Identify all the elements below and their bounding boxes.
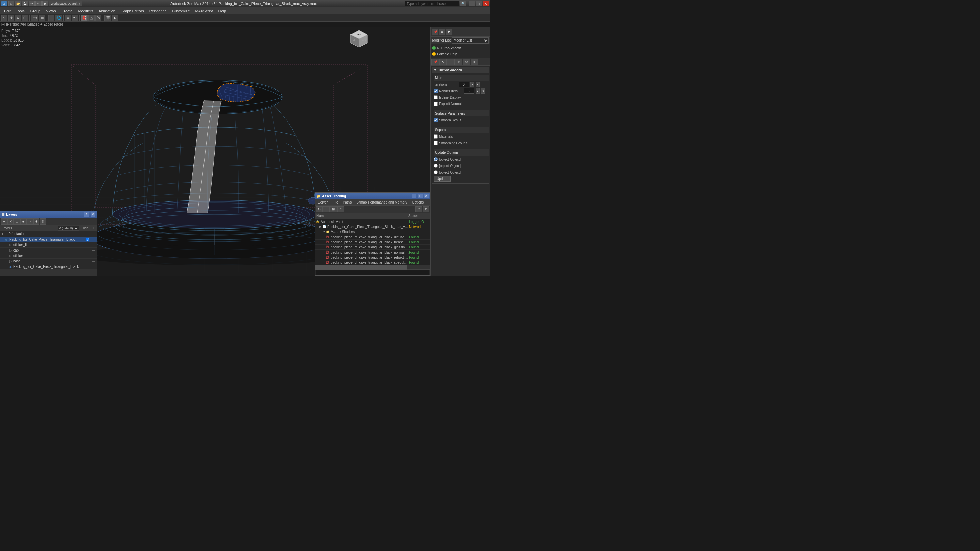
rotate-btn[interactable]: ↻	[15, 15, 21, 21]
ts-separate-header[interactable]: Separate	[434, 127, 488, 133]
scale-btn[interactable]: ⬡	[22, 15, 28, 21]
material-btn[interactable]: ●	[65, 15, 71, 21]
ts-main-header[interactable]: ▼ TurboSmooth	[432, 67, 488, 73]
render-setup-btn[interactable]: 🎬	[105, 15, 111, 21]
menu-help[interactable]: Help	[216, 8, 229, 14]
layer-row-default[interactable]: ▼ ☰ 0 (default) —	[0, 231, 97, 237]
menu-modifiers[interactable]: Modifiers	[75, 8, 96, 14]
at-row-specular[interactable]: 🖼 packing_piece_of_cake_triangular_black…	[315, 260, 430, 265]
ts-ri-up[interactable]: ▲	[476, 88, 480, 94]
layer-check-packing[interactable]	[85, 238, 91, 241]
at-list-btn[interactable]: ☰	[323, 206, 330, 212]
at-grid-btn[interactable]: ⊞	[330, 206, 337, 212]
rp-pin-btn[interactable]: 📌	[432, 29, 438, 35]
layer-row-packing[interactable]: ◈ Packing_for_Cake_Piece_Triangular_Blac…	[0, 237, 97, 242]
ts-render-iters-check[interactable]	[434, 89, 438, 93]
menu-customize[interactable]: Customize	[169, 8, 192, 14]
at-row-vault[interactable]: 🔒 Autodesk Vault Logged O	[315, 219, 430, 224]
ts-when-rendering-radio[interactable]	[434, 164, 438, 168]
modifier-list-select[interactable]: Modifier List	[452, 37, 488, 43]
layers-delete-btn[interactable]: ✕	[8, 218, 14, 225]
at-detail-btn[interactable]: ≡	[337, 206, 344, 212]
at-row-maxfile[interactable]: ▶ 📄 Packing_for_Cake_Piece_Triangular_Bl…	[315, 224, 430, 229]
menu-views[interactable]: Views	[43, 8, 59, 14]
at-row-maps-folder[interactable]: ▼ 📁 Maps / Shaders	[315, 229, 430, 234]
curve-btn[interactable]: 〜	[72, 15, 78, 21]
at-menu-file[interactable]: File	[331, 201, 340, 204]
save-btn[interactable]: 💾	[22, 1, 28, 6]
layer-row-packing-sub[interactable]: ◈ Packing_for_Cake_Piece_Triangular_Blac…	[0, 264, 97, 269]
at-menu-paths[interactable]: Paths	[341, 201, 354, 204]
layer-row-sticker-line[interactable]: ▷ sticker_line —	[0, 242, 97, 248]
at-scrollbar[interactable]	[315, 265, 430, 269]
close-btn[interactable]: ✕	[482, 1, 488, 6]
search-input[interactable]	[405, 1, 460, 6]
select-btn[interactable]: ↖	[2, 15, 8, 21]
menu-graph-editors[interactable]: Graph Editors	[118, 8, 147, 14]
ts-iter-input[interactable]	[459, 82, 469, 87]
layer-row-cap[interactable]: ▷ cap —	[0, 248, 97, 253]
layers-close-btn[interactable]: ✕	[91, 212, 95, 217]
layers-settings-btn[interactable]: ⚙	[40, 218, 46, 225]
rpt-param-btn[interactable]: ⚙	[463, 59, 470, 65]
rpt-move-btn[interactable]: ✛	[447, 59, 455, 65]
at-refresh-btn[interactable]: ↻	[316, 206, 323, 212]
at-expand-mf[interactable]: ▶	[319, 225, 323, 228]
minimize-btn[interactable]: —	[469, 1, 475, 6]
at-row-glossiness[interactable]: 🖼 packing_piece_of_cake_triangular_black…	[315, 245, 430, 250]
at-title-bar[interactable]: 📁 Asset Tracking — □ ✕	[315, 193, 430, 199]
menu-maxscript[interactable]: MAXScript	[192, 8, 216, 14]
ts-smooth-result-check[interactable]	[434, 118, 438, 122]
snap-btn[interactable]: 🧲	[81, 15, 88, 21]
at-help-btn[interactable]: ?	[415, 206, 422, 212]
menu-animation[interactable]: Animation	[96, 8, 118, 14]
at-menu-server[interactable]: Server	[316, 201, 330, 204]
workspace-selector[interactable]: Workspace: Default ▼	[49, 1, 82, 6]
ts-iter-down[interactable]: ▼	[476, 82, 480, 87]
layers-freeze-btn[interactable]: ❄	[33, 218, 40, 225]
search-btn[interactable]: 🔍	[460, 1, 466, 6]
ts-iter-up[interactable]: ▲	[470, 82, 474, 87]
at-menu-bitmap[interactable]: Bitmap Performance and Memory	[354, 201, 409, 204]
at-path-input[interactable]	[316, 270, 430, 275]
at-expand-maps[interactable]: ▼	[323, 230, 326, 234]
menu-rendering[interactable]: Rendering	[147, 8, 169, 14]
rpt-pin-btn[interactable]: 📌	[431, 59, 439, 65]
modifier-turbosmooth[interactable]: ▶ TurboSmooth	[431, 45, 490, 51]
ts-smoothing-groups-check[interactable]	[434, 141, 438, 145]
layers-select-btn[interactable]: ◈	[21, 218, 27, 225]
at-maximize-btn[interactable]: □	[418, 194, 423, 198]
modifier-editpoly[interactable]: Editable Poly	[431, 51, 490, 57]
menu-create[interactable]: Create	[59, 8, 75, 14]
align-btn[interactable]: ⊞	[39, 15, 45, 21]
open-btn[interactable]: 📂	[15, 1, 21, 6]
ts-explicit-check[interactable]	[434, 102, 438, 106]
move-btn[interactable]: ✛	[8, 15, 14, 21]
at-row-normal[interactable]: 🖼 packing_piece_of_cake_triangular_black…	[315, 250, 430, 255]
at-minimize-btn[interactable]: —	[412, 194, 417, 198]
ts-main-sub-header[interactable]: Main	[434, 75, 488, 81]
render-btn[interactable]: ▶	[42, 1, 48, 6]
ts-isoline-check[interactable]	[434, 95, 438, 99]
angle-snap-btn[interactable]: △	[89, 15, 95, 21]
scene-btn[interactable]: 🌐	[55, 15, 62, 21]
layers-new-btn[interactable]: □	[14, 218, 20, 225]
percent-snap-btn[interactable]: %	[95, 15, 102, 21]
rpt-expand-btn[interactable]: ≡	[471, 59, 478, 65]
layers-add-btn[interactable]: +	[1, 218, 7, 225]
ts-update-btn[interactable]: Update	[434, 175, 450, 182]
cube-navigator[interactable]: cap left front	[349, 29, 369, 49]
rp-config-btn[interactable]: ⚙	[439, 29, 445, 35]
maximize-btn[interactable]: □	[476, 1, 482, 6]
layers-help-btn[interactable]: ?	[84, 212, 89, 217]
ts-surface-header[interactable]: Surface Parameters	[434, 110, 488, 116]
at-config-btn[interactable]: ⚙	[423, 206, 430, 212]
ts-materials-check[interactable]	[434, 134, 438, 139]
rpt-select-btn[interactable]: ↖	[439, 59, 447, 65]
layer-row-base[interactable]: ▷ base —	[0, 259, 97, 264]
mirror-btn[interactable]: ⟺	[31, 15, 38, 21]
default-layer-select[interactable]: 0 (default)	[57, 226, 79, 231]
at-row-diffuse[interactable]: 🖼 packing_piece_of_cake_triangular_black…	[315, 234, 430, 240]
at-menu-options[interactable]: Options	[410, 201, 426, 204]
at-row-frensel[interactable]: 🖼 packing_piece_of_cake_triangular_black…	[315, 240, 430, 245]
